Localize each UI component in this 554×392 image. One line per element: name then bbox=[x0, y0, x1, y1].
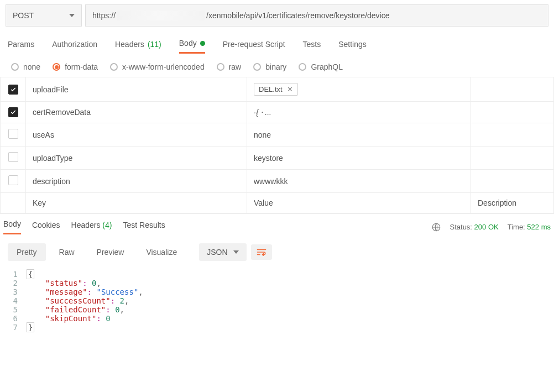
row-checkbox[interactable] bbox=[8, 85, 18, 95]
line-number: 1 bbox=[8, 270, 27, 279]
headers-count: (11) bbox=[148, 40, 161, 49]
response-format-select[interactable]: JSON bbox=[199, 243, 246, 261]
desc-cell[interactable] bbox=[471, 102, 554, 123]
value-cell[interactable]: DEL.txt ✕ bbox=[247, 77, 471, 102]
table-row: uploadType keystore bbox=[1, 147, 554, 170]
response-header: Body Cookies Headers (4) Test Results St… bbox=[0, 213, 554, 234]
response-view-bar: Pretty Raw Preview Visualize JSON bbox=[0, 234, 554, 268]
tab-headers[interactable]: Headers (11) bbox=[115, 40, 161, 53]
remove-file-icon[interactable]: ✕ bbox=[287, 85, 293, 93]
desc-cell[interactable] bbox=[471, 147, 554, 170]
radio-icon bbox=[253, 63, 261, 71]
table-row-new: Key Value Description bbox=[1, 193, 554, 213]
body-indicator-icon bbox=[200, 41, 205, 46]
response-tab-headers[interactable]: Headers (4) bbox=[71, 221, 112, 234]
chevron-down-icon bbox=[233, 250, 239, 254]
view-preview-button[interactable]: Preview bbox=[88, 243, 133, 261]
desc-cell[interactable]: Description bbox=[471, 193, 554, 213]
desc-cell[interactable] bbox=[471, 123, 554, 147]
response-tab-cookies[interactable]: Cookies bbox=[32, 221, 60, 234]
table-row: certRemoveData ·{ ⋅ ... bbox=[1, 102, 554, 123]
key-cell[interactable]: useAs bbox=[26, 123, 247, 147]
tab-authorization[interactable]: Authorization bbox=[52, 40, 97, 53]
radio-checked-icon bbox=[53, 63, 60, 71]
row-checkbox[interactable] bbox=[8, 129, 18, 139]
line-number: 7 bbox=[8, 323, 27, 332]
tab-body[interactable]: Body bbox=[179, 39, 205, 54]
check-icon bbox=[10, 109, 17, 116]
value-cell[interactable]: Value bbox=[247, 193, 471, 213]
line-number: 6 bbox=[8, 314, 27, 323]
tab-params[interactable]: Params bbox=[8, 40, 34, 53]
response-tab-test-results[interactable]: Test Results bbox=[123, 221, 165, 234]
table-row: description wwwwkkk bbox=[1, 170, 554, 193]
value-cell[interactable]: keystore bbox=[247, 147, 471, 170]
file-chip[interactable]: DEL.txt ✕ bbox=[254, 83, 298, 96]
radio-icon bbox=[217, 63, 224, 71]
body-type-graphql[interactable]: GraphQL bbox=[299, 62, 343, 71]
body-type-binary[interactable]: binary bbox=[253, 62, 286, 71]
value-cell[interactable]: wwwwkkk bbox=[247, 170, 471, 193]
key-cell[interactable]: uploadFile bbox=[26, 77, 247, 102]
form-data-table: uploadFile DEL.txt ✕ certRemoveData ·{ ⋅… bbox=[0, 77, 554, 213]
chevron-down-icon bbox=[69, 14, 75, 17]
tab-prerequest[interactable]: Pre-request Script bbox=[223, 40, 285, 53]
body-type-raw[interactable]: raw bbox=[217, 62, 242, 71]
view-pretty-button[interactable]: Pretty bbox=[8, 243, 46, 261]
globe-icon[interactable] bbox=[431, 222, 441, 232]
status-value: 200 OK bbox=[474, 223, 499, 231]
row-checkbox[interactable] bbox=[8, 152, 18, 162]
time-label: Time: 522 ms bbox=[508, 223, 551, 231]
http-method-value: POST bbox=[13, 11, 34, 20]
wrap-lines-button[interactable] bbox=[251, 244, 272, 260]
wrap-icon bbox=[257, 248, 266, 256]
radio-icon bbox=[110, 63, 118, 71]
line-number: 2 bbox=[8, 279, 27, 288]
table-row: useAs none bbox=[1, 123, 554, 147]
check-icon bbox=[10, 86, 17, 93]
body-type-form-data[interactable]: form-data bbox=[53, 62, 98, 71]
view-raw-button[interactable]: Raw bbox=[50, 243, 83, 261]
line-number: 4 bbox=[8, 296, 27, 305]
row-checkbox[interactable] bbox=[8, 175, 18, 185]
http-method-select[interactable]: POST bbox=[6, 4, 82, 27]
desc-cell[interactable] bbox=[471, 170, 554, 193]
key-cell[interactable]: certRemoveData bbox=[26, 102, 247, 123]
line-number: 5 bbox=[8, 305, 27, 314]
body-type-xwww[interactable]: x-www-form-urlencoded bbox=[110, 62, 205, 71]
key-cell[interactable]: uploadType bbox=[26, 147, 247, 170]
url-prefix: https:// bbox=[92, 11, 116, 20]
response-body-code[interactable]: 1{ 2 "status": 0, 3 "message": "Success"… bbox=[0, 268, 554, 342]
response-tab-body[interactable]: Body bbox=[3, 219, 21, 234]
desc-cell[interactable] bbox=[471, 77, 554, 102]
tab-tests[interactable]: Tests bbox=[303, 40, 321, 53]
url-input[interactable]: https:// /xenmobile/api/v1/certificates/… bbox=[85, 4, 548, 27]
time-value: 522 ms bbox=[527, 223, 551, 231]
view-visualize-button[interactable]: Visualize bbox=[137, 243, 186, 261]
value-cell[interactable]: none bbox=[247, 123, 471, 147]
request-tabs: Params Authorization Headers (11) Body P… bbox=[0, 29, 554, 54]
value-cell[interactable]: ·{ ⋅ ... bbox=[247, 102, 471, 123]
status-label: Status: 200 OK bbox=[450, 223, 499, 231]
tab-settings[interactable]: Settings bbox=[338, 40, 367, 53]
radio-icon bbox=[11, 63, 19, 71]
radio-icon bbox=[299, 63, 306, 71]
key-cell[interactable]: description bbox=[26, 170, 247, 193]
body-type-selector: none form-data x-www-form-urlencoded raw… bbox=[0, 54, 554, 77]
url-redacted-host bbox=[117, 11, 205, 20]
body-type-none[interactable]: none bbox=[11, 62, 40, 71]
table-row: uploadFile DEL.txt ✕ bbox=[1, 77, 554, 102]
key-cell[interactable]: Key bbox=[26, 193, 247, 213]
row-checkbox[interactable] bbox=[8, 107, 18, 117]
url-suffix: /xenmobile/api/v1/certificates/remove/ke… bbox=[206, 11, 389, 20]
line-number: 3 bbox=[8, 288, 27, 296]
response-headers-count: (4) bbox=[102, 221, 112, 229]
